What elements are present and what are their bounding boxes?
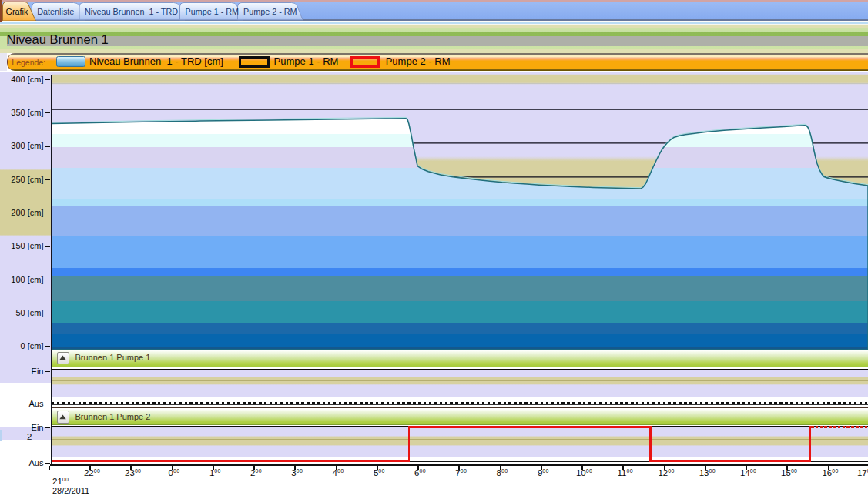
svg-text:Niveau Brunnen 1 - TRD: Niveau Brunnen 1 - TRD [85,7,178,16]
svg-text:Pumpe 1 - RM: Pumpe 1 - RM [186,7,240,16]
svg-text:Pumpe 2 - RM: Pumpe 2 - RM [243,7,297,16]
svg-text:Datenliste: Datenliste [37,7,74,16]
svg-text:Grafik: Grafik [6,7,28,16]
